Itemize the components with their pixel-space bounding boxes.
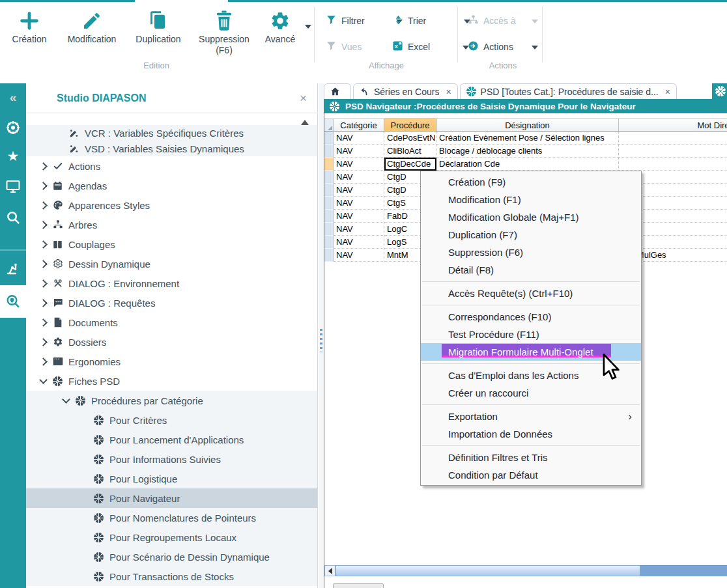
row-header[interactable] [324,171,334,184]
cell-procedure[interactable]: CdePosEvtN [384,132,436,145]
column-header-categorie[interactable]: Catégorie [334,119,384,132]
modification-button[interactable]: Modification [60,8,124,56]
chevron-right-icon[interactable] [39,261,47,267]
chevron-down-icon[interactable] [532,46,538,49]
sidebar-item-pour-logistique[interactable]: Pour Logistique [26,469,317,488]
tab-psd-toutes-cat[interactable]: PSD [Toutes Cat.]: Procédures de saisie … [460,83,677,99]
robot-arm-icon[interactable] [0,255,26,281]
menu-item-duplication[interactable]: Duplication (F7) [421,226,641,244]
cell-procedure-selected[interactable]: CtgDecCde [384,158,436,171]
sidebar-item-vcr[interactable]: VCR : Variables Spécifiques Critères [26,125,317,141]
cell-categorie[interactable]: NAV [334,158,384,171]
chevron-right-icon[interactable] [39,320,47,326]
sidebar-item-vsd[interactable]: VSD : Variables Saisies Dynamiques [26,141,317,156]
filtrer-button[interactable]: Filtrer [326,14,403,28]
chevron-right-icon[interactable] [39,163,47,169]
sidebar-item-dialog-environnement[interactable]: DIALOG : Environnement [26,273,317,293]
sidebar-item-ergonomies[interactable]: Ergonomies [26,352,317,371]
tab-home[interactable] [324,83,351,99]
cell-designation[interactable]: Création Evènement Pose / Sélection lign… [436,132,619,145]
menu-item-correspondances[interactable]: Correspondances (F10) [421,308,641,326]
close-icon[interactable]: × [446,87,451,97]
table-row[interactable]: NAVCdePosEvtNCréation Evènement Pose / S… [324,132,727,145]
actions-button[interactable]: Actions [468,40,538,54]
menu-item-condition-defaut[interactable]: Condition par Défaut [421,466,641,484]
sidebar-item-documents[interactable]: Documents [26,313,317,332]
row-header[interactable] [324,145,334,158]
cell-categorie[interactable]: NAV [334,197,384,210]
cell-categorie[interactable]: NAV [334,249,384,262]
chevron-right-icon[interactable] [39,242,47,247]
tab-series-en-cours[interactable]: Séries en Cours × [353,83,458,99]
row-header[interactable] [324,132,334,145]
column-header-designation[interactable]: Désignation [436,119,619,132]
menu-item-creation[interactable]: Création (F9) [421,173,641,191]
scroll-up-icon[interactable] [301,120,309,125]
cell-categorie[interactable]: NAV [334,145,384,158]
sidebar-item-agendas[interactable]: Agendas [26,176,317,195]
horizontal-scrollbar[interactable] [324,565,727,576]
sidebar-item-pour-transactions[interactable]: Pour Transactions de Stocks [26,567,317,586]
panel-splitter[interactable] [319,83,324,588]
chevron-down-icon[interactable] [305,25,311,29]
sidebar-item-pour-regroupements[interactable]: Pour Regroupements Locaux [26,527,317,547]
cell-designation[interactable]: Déclaration Cde [436,158,619,171]
menu-item-acces-requetes[interactable]: Accès Requête(s) (Ctrl+F10) [421,285,641,302]
row-header[interactable] [324,249,334,262]
row-header[interactable] [324,158,334,171]
sidebar-item-fiches-psd[interactable]: Fiches PSD [26,371,317,391]
menu-item-modification[interactable]: Modification (F1) [421,191,641,208]
chevron-down-icon[interactable] [39,379,47,383]
trier-button[interactable]: Trier [393,14,470,28]
sidebar-item-pour-criteres[interactable]: Pour Critères [26,410,317,430]
sidebar-item-actions[interactable]: Actions [26,156,317,176]
avance-button[interactable]: Avancé [259,8,301,56]
cell-procedure[interactable]: CliBloAct [384,145,436,158]
chevron-right-icon[interactable] [39,281,47,287]
partial-button[interactable] [333,583,384,588]
row-header[interactable] [324,223,334,236]
collapse-left-icon[interactable]: « [0,85,26,111]
column-header-procedure[interactable]: Procédure [384,119,436,132]
sidebar-item-pour-scenario[interactable]: Pour Scénario de Dessin Dynamique [26,547,317,567]
star-icon[interactable]: ★ [0,143,26,169]
cell-categorie[interactable]: NAV [334,171,384,184]
search-location-icon[interactable] [0,288,26,315]
chevron-down-icon[interactable] [62,399,70,402]
tab-partial[interactable] [712,83,727,99]
menu-item-creer-raccourci[interactable]: Créer un raccourci [421,384,641,402]
sidebar-item-pour-nomenclatures[interactable]: Pour Nomenclatures de Pointeurs [26,508,317,527]
row-header[interactable] [324,236,334,249]
sidebar-item-arbres[interactable]: Arbres [26,215,317,234]
sidebar-item-pour-navigateur[interactable]: Pour Navigateur [26,488,317,508]
cell-categorie[interactable]: NAV [334,132,384,145]
column-header-mot-directeur[interactable]: Mot Directeur [619,119,727,132]
chevron-right-icon[interactable] [39,183,47,189]
sidebar-item-couplages[interactable]: Couplages [26,234,317,254]
menu-item-importation[interactable]: Importation de Données [421,425,641,443]
cell-mot-directeur[interactable] [619,158,727,171]
sidebar-item-dossiers[interactable]: Dossiers [26,332,317,352]
menu-item-definition-filtres[interactable]: Définition Filtres et Tris [421,449,641,466]
scrollbar-thumb[interactable] [335,565,640,576]
creation-button[interactable]: Création [3,8,56,56]
sidebar-item-pour-lancement[interactable]: Pour Lancement d'Applications [26,430,317,449]
monitor-icon[interactable] [0,173,26,199]
cell-categorie[interactable]: NAV [334,223,384,236]
cell-mot-directeur[interactable] [619,145,727,158]
search-icon[interactable] [0,204,26,231]
row-header[interactable] [324,210,334,223]
chevron-right-icon[interactable] [39,203,47,208]
chevron-right-icon[interactable] [39,300,47,306]
cell-categorie[interactable]: NAV [334,210,384,223]
sidebar-item-procedures-par-categorie[interactable]: Procédures par Catégorie [26,391,317,410]
chevron-right-icon[interactable] [39,359,47,365]
chevron-right-icon[interactable] [39,222,47,228]
row-header[interactable] [324,184,334,197]
menu-item-exportation[interactable]: Exportation› [421,408,641,425]
menu-item-modification-globale[interactable]: Modification Globale (Maj+F1) [421,208,641,226]
cell-mot-directeur[interactable] [619,132,727,145]
settings-wheel-icon[interactable] [0,115,26,141]
sidebar-item-apparences[interactable]: Apparences Styles [26,195,317,215]
menu-item-suppression[interactable]: Suppression (F6) [421,244,641,261]
